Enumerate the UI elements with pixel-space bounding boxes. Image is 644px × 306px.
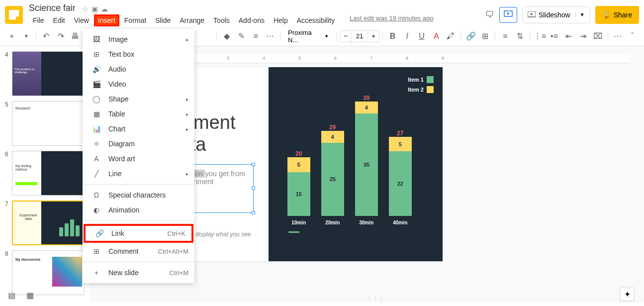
submenu-arrow-icon: ▸ xyxy=(186,111,188,117)
numbered-list-button[interactable]: ⋮≡ xyxy=(533,29,547,43)
slide-thumbnails: 4 The problem or challenge 5 Research 6 … xyxy=(0,46,90,303)
submenu-arrow-icon: ▸ xyxy=(186,37,188,42)
insert-video[interactable]: 🎬Video xyxy=(83,77,194,92)
menu-help[interactable]: Help xyxy=(270,14,292,26)
last-edit-link[interactable]: Last edit was 18 minutes ago xyxy=(350,14,433,26)
font-name: Proxima N... xyxy=(288,29,322,44)
underline-button[interactable]: U xyxy=(415,29,428,43)
image-icon: 🖼 xyxy=(91,35,102,43)
insert-image[interactable]: 🖼Image▸ xyxy=(83,32,194,47)
chart-legend: Item 1Item 2 xyxy=(408,76,434,96)
clear-format-button[interactable]: ⌧ xyxy=(591,29,605,43)
menu-insert[interactable]: Insert xyxy=(94,14,119,26)
bar-total-label: 39 xyxy=(355,95,378,102)
insert-shape[interactable]: ◯Shape▸ xyxy=(83,92,194,106)
insert-text-box[interactable]: ⊞Text box xyxy=(83,47,194,62)
explore-button[interactable]: ✦ xyxy=(620,287,634,301)
diagram-icon: ⚛ xyxy=(91,140,102,148)
insert-comment[interactable]: ⊞CommentCtrl+Alt+M xyxy=(83,244,194,259)
thumbnail-5[interactable]: 5 Research xyxy=(5,101,85,146)
grid-view-button[interactable]: ▦ xyxy=(23,288,37,303)
menu-accessibility[interactable]: Accessibility xyxy=(293,14,339,26)
border-weight-button[interactable]: ≡ xyxy=(249,29,263,43)
bar-segment: 25 xyxy=(321,143,344,216)
increase-indent-button[interactable]: ⇥ xyxy=(576,29,590,43)
insert-comment-button[interactable]: ⊞ xyxy=(478,29,492,43)
thumbnail-4[interactable]: 4 The problem or challenge xyxy=(5,51,85,96)
highlight-button[interactable]: 🖍 xyxy=(444,29,458,43)
new-slide-button[interactable]: + xyxy=(5,29,18,43)
filmstrip-view-button[interactable]: ▤ xyxy=(5,288,18,303)
bar-segment: 5 xyxy=(389,137,412,151)
drag-handle-icon[interactable]: ⋮⋮⋮ xyxy=(367,296,385,302)
star-icon[interactable]: ☆ xyxy=(82,5,89,13)
more-button[interactable]: ⋯ xyxy=(611,29,625,43)
insert-audio[interactable]: 🔊Audio xyxy=(83,62,194,77)
newslide-icon: + xyxy=(91,269,102,277)
thumbnail-6[interactable]: 6 My testing method xyxy=(5,151,85,196)
redo-button[interactable]: ↷ xyxy=(54,29,68,43)
bar-segment: 22 xyxy=(389,151,412,216)
italic-button[interactable]: I xyxy=(400,29,414,43)
insert-animation[interactable]: ◐Animation xyxy=(83,203,194,217)
share-button[interactable]: 🔒 Share xyxy=(595,6,639,24)
insert-special-characters[interactable]: ΩSpecial characters xyxy=(83,188,194,203)
present-to-meeting-button[interactable] xyxy=(499,7,517,23)
menu-arrange[interactable]: Arrange xyxy=(176,14,208,26)
insert-diagram[interactable]: ⚛Diagram xyxy=(83,136,194,151)
insert-line[interactable]: ╱Line▸ xyxy=(83,166,194,181)
text-color-button[interactable]: A xyxy=(430,29,443,43)
font-size-input[interactable] xyxy=(352,30,368,42)
cloud-icon[interactable]: ☁ xyxy=(101,5,108,13)
bar-category-label: 10min xyxy=(287,220,310,225)
insert-table[interactable]: ▦Table▸ xyxy=(83,106,194,121)
move-icon[interactable]: ▣ xyxy=(92,5,98,13)
font-size-increase[interactable]: + xyxy=(368,30,379,42)
insert-link-button[interactable]: 🔗 xyxy=(464,29,477,43)
bar-group: 29 4 25 20min xyxy=(321,124,344,225)
menu-file[interactable]: File xyxy=(29,14,48,26)
hide-menus-button[interactable]: ˆ xyxy=(626,29,639,43)
slideshow-label: Slideshow xyxy=(539,11,570,19)
submenu-arrow-icon: ▸ xyxy=(186,171,188,177)
insert-link[interactable]: 🔗LinkCtrl+K xyxy=(84,224,193,243)
menu-edit[interactable]: Edit xyxy=(49,14,69,26)
slides-logo[interactable] xyxy=(5,6,23,24)
insert-chart[interactable]: 📊Chart▸ xyxy=(83,121,194,136)
comment-history-icon[interactable]: 🗨 xyxy=(485,9,494,20)
doc-title[interactable]: Science fair xyxy=(29,3,76,13)
bold-button[interactable]: B xyxy=(386,29,399,43)
thumbnail-7[interactable]: 7 Experiment data xyxy=(5,201,85,245)
decrease-indent-button[interactable]: ⇤ xyxy=(562,29,575,43)
menu-add-ons[interactable]: Add-ons xyxy=(235,14,269,26)
comment-icon: ⊞ xyxy=(91,247,102,255)
font-size-decrease[interactable]: − xyxy=(340,30,352,42)
resize-handle[interactable] xyxy=(252,163,255,166)
menu-view[interactable]: View xyxy=(70,14,93,26)
resize-handle[interactable] xyxy=(252,211,255,214)
align-button[interactable]: ≡ xyxy=(498,29,512,43)
line-spacing-button[interactable]: ⇅ xyxy=(513,29,527,43)
border-dash-button[interactable]: ⋯ xyxy=(264,29,277,43)
animation-icon: ◐ xyxy=(91,206,102,214)
menu-tools[interactable]: Tools xyxy=(209,14,234,26)
insert-new-slide[interactable]: +New slideCtrl+M xyxy=(83,265,194,280)
undo-button[interactable]: ↶ xyxy=(39,29,53,43)
border-color-button[interactable]: ✎ xyxy=(234,29,248,43)
present-icon xyxy=(504,10,513,17)
font-select[interactable]: Proxima N... ▼ xyxy=(283,26,333,46)
slideshow-icon xyxy=(528,11,536,18)
bar-segment: 4 xyxy=(355,102,378,113)
print-button[interactable]: 🖶 xyxy=(69,29,82,43)
bar-category-label: 40min xyxy=(389,220,412,225)
insert-word-art[interactable]: AWord art xyxy=(83,151,194,166)
slideshow-button[interactable]: Slideshow ▼ xyxy=(522,6,590,23)
menu-format[interactable]: Format xyxy=(120,14,150,26)
new-slide-dropdown[interactable]: ▼ xyxy=(19,29,33,43)
fill-color-button[interactable]: ◆ xyxy=(220,29,233,43)
slideshow-dropdown-icon[interactable]: ▼ xyxy=(575,12,585,17)
bulleted-list-button[interactable]: •≡ xyxy=(548,29,561,43)
resize-handle[interactable] xyxy=(252,187,255,190)
menu-slide[interactable]: Slide xyxy=(151,14,175,26)
chart-icon: 📊 xyxy=(91,125,102,133)
